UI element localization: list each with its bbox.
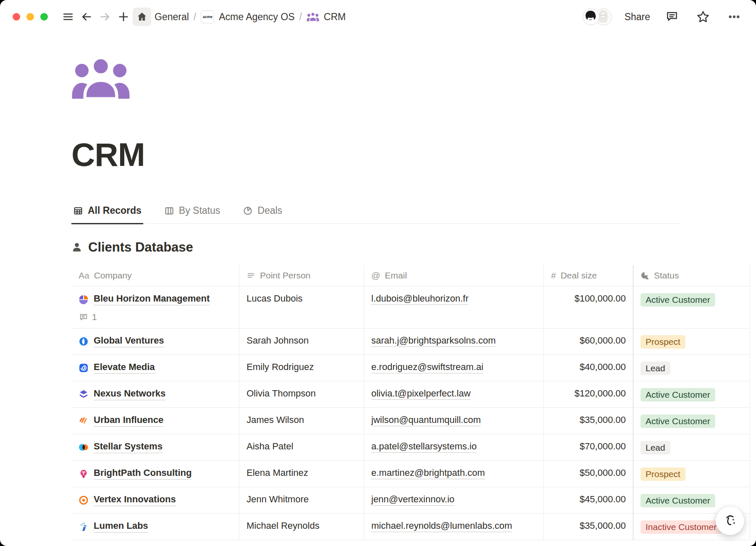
company-cell[interactable]: BrightPath Consulting [71, 461, 239, 487]
status-cell[interactable]: Active Customer [633, 408, 750, 434]
table-row[interactable]: Bleu Horizon Management 1 Lucas Dubois l… [71, 286, 750, 328]
tab-deals[interactable]: Deals [241, 202, 284, 224]
table-row[interactable]: Lumen Labs Michael Reynolds michael.reyn… [71, 514, 750, 540]
point-person-cell[interactable]: Elena Martinez [239, 461, 364, 487]
share-button[interactable]: Share [625, 11, 650, 23]
point-person-cell[interactable]: Aisha Patel [239, 434, 364, 460]
email-link[interactable]: e.martinez@brightpath.com [371, 467, 485, 479]
company-cell[interactable]: Vertex Innovations [71, 487, 239, 513]
company-cell[interactable]: Elevate Media [71, 355, 239, 381]
table-row[interactable]: Global Ventures Sarah Johnson sarah.j@br… [71, 328, 750, 355]
notion-ai-face-button[interactable] [716, 507, 744, 535]
status-cell[interactable]: Lead [633, 434, 750, 460]
company-name-link[interactable]: Elevate Media [94, 362, 155, 374]
status-cell[interactable]: Active Customer [633, 286, 750, 328]
new-tab-icon[interactable] [114, 8, 133, 26]
back-icon[interactable] [77, 8, 96, 26]
point-person-cell[interactable]: Michael Reynolds [239, 514, 364, 540]
email-link[interactable]: a.patel@stellarsystems.io [371, 441, 477, 453]
more-options-icon[interactable] [725, 8, 743, 26]
company-cell[interactable]: Global Ventures [71, 328, 239, 354]
menu-icon[interactable] [59, 8, 77, 26]
column-header-point-person[interactable]: Point Person [239, 265, 364, 286]
table-row[interactable]: Urban Influence James Wilson jwilson@qua… [71, 408, 750, 434]
table-row[interactable]: BrightPath Consulting Elena Martinez e.m… [71, 461, 750, 487]
email-cell[interactable]: e.rodriguez@swiftstream.ai [364, 355, 544, 381]
email-link[interactable]: jenn@vertexinnov.io [371, 494, 454, 506]
table-row[interactable]: Stellar Systems Aisha Patel a.patel@stel… [71, 434, 750, 461]
deal-size-cell[interactable]: $35,000.00 [544, 408, 633, 434]
home-icon[interactable] [133, 8, 151, 26]
column-header-status[interactable]: Status [633, 265, 750, 286]
forward-icon[interactable] [96, 8, 114, 26]
email-link[interactable]: jwilson@quantumquill.com [371, 415, 481, 426]
status-cell[interactable]: Lead [633, 355, 750, 381]
email-cell[interactable]: jwilson@quantumquill.com [364, 408, 544, 434]
minimize-window-button[interactable] [26, 13, 34, 21]
deal-size-cell[interactable]: $120,000.00 [544, 381, 633, 407]
column-header-company[interactable]: Aa Company [71, 265, 239, 286]
deal-size-cell[interactable]: $50,000.00 [544, 461, 633, 487]
email-cell[interactable]: michael.reynolds@lumenlabs.com [364, 514, 544, 540]
company-cell[interactable]: Stellar Systems [71, 434, 239, 460]
deal-size-cell[interactable]: $70,000.00 [544, 434, 633, 460]
workspace-logo-icon[interactable]: acme [201, 10, 214, 24]
deal-size-cell[interactable]: $60,000.00 [544, 328, 633, 354]
table-row[interactable]: Elevate Media Emily Rodriguez e.rodrigue… [71, 355, 750, 381]
table-row[interactable]: Nexus Networks Olivia Thompson olivia.t@… [71, 381, 750, 408]
email-cell[interactable]: a.patel@stellarsystems.io [364, 434, 544, 460]
email-link[interactable]: l.dubois@bleuhorizon.fr [371, 293, 468, 305]
company-name-link[interactable]: Urban Influence [94, 415, 163, 427]
company-cell[interactable]: Bleu Horizon Management 1 [71, 286, 239, 328]
point-person-cell[interactable]: Olivia Thompson [239, 381, 364, 407]
table-row[interactable]: Vertex Innovations Jenn Whitmore jenn@ve… [71, 487, 750, 514]
company-name-link[interactable]: Global Ventures [94, 335, 164, 347]
company-cell[interactable]: Nexus Networks [71, 381, 239, 407]
email-cell[interactable]: olivia.t@pixelperfect.law [364, 381, 544, 407]
status-cell[interactable]: Active Customer [633, 381, 750, 407]
deal-size-cell[interactable]: $45,000.00 [544, 487, 633, 513]
zoom-window-button[interactable] [40, 13, 48, 21]
email-link[interactable]: e.rodriguez@swiftstream.ai [371, 362, 483, 373]
status-cell[interactable]: Prospect [633, 328, 750, 354]
comment-count[interactable]: 1 [79, 312, 232, 322]
column-header-email[interactable]: @ Email [364, 265, 544, 286]
point-person-cell[interactable]: Jenn Whitmore [239, 487, 364, 513]
breadcrumb-workspace[interactable]: Acme Agency OS [219, 11, 294, 23]
page-people-icon[interactable] [71, 57, 130, 100]
close-window-button[interactable] [13, 13, 20, 21]
email-cell[interactable]: l.dubois@bleuhorizon.fr [364, 286, 544, 328]
status-badge: Lead [640, 362, 670, 375]
company-name-link[interactable]: Bleu Horizon Management [94, 293, 210, 305]
point-person-cell[interactable]: Emily Rodriguez [239, 355, 364, 381]
comments-icon[interactable] [663, 8, 681, 26]
tab-all-records[interactable]: All Records [71, 202, 143, 224]
collaborator-avatars[interactable] [583, 8, 612, 25]
email-link[interactable]: michael.reynolds@lumenlabs.com [371, 520, 512, 532]
email-link[interactable]: olivia.t@pixelperfect.law [371, 388, 470, 400]
email-cell[interactable]: e.martinez@brightpath.com [364, 461, 544, 487]
company-cell[interactable]: Urban Influence [71, 408, 239, 434]
status-cell[interactable]: Prospect [633, 461, 750, 487]
company-name-link[interactable]: Lumen Labs [94, 520, 148, 533]
point-person-cell[interactable]: James Wilson [239, 408, 364, 434]
favorite-star-icon[interactable] [694, 8, 712, 26]
tab-by-status[interactable]: By Status [163, 202, 222, 224]
company-name-link[interactable]: Vertex Innovations [94, 494, 176, 506]
email-cell[interactable]: jenn@vertexinnov.io [364, 487, 544, 513]
company-cell[interactable]: Lumen Labs [71, 514, 239, 540]
company-name-link[interactable]: Stellar Systems [94, 441, 163, 453]
column-header-deal-size[interactable]: # Deal size [544, 265, 633, 286]
deal-size-cell[interactable]: $40,000.00 [544, 355, 633, 381]
company-name-link[interactable]: Nexus Networks [94, 388, 165, 400]
deal-size-cell[interactable]: $35,000.00 [544, 514, 633, 540]
point-person-cell[interactable]: Sarah Johnson [239, 328, 364, 354]
email-cell[interactable]: sarah.j@brightsparksolns.com [364, 328, 544, 354]
point-person-cell[interactable]: Lucas Dubois [239, 286, 364, 328]
deal-size-cell[interactable]: $100,000.00 [544, 286, 633, 328]
database-title[interactable]: Clients Database [88, 240, 193, 255]
email-link[interactable]: sarah.j@brightsparksolns.com [371, 335, 496, 347]
breadcrumb-root[interactable]: General [155, 11, 189, 23]
company-name-link[interactable]: BrightPath Consulting [94, 467, 192, 480]
breadcrumb-page[interactable]: CRM [324, 11, 346, 23]
